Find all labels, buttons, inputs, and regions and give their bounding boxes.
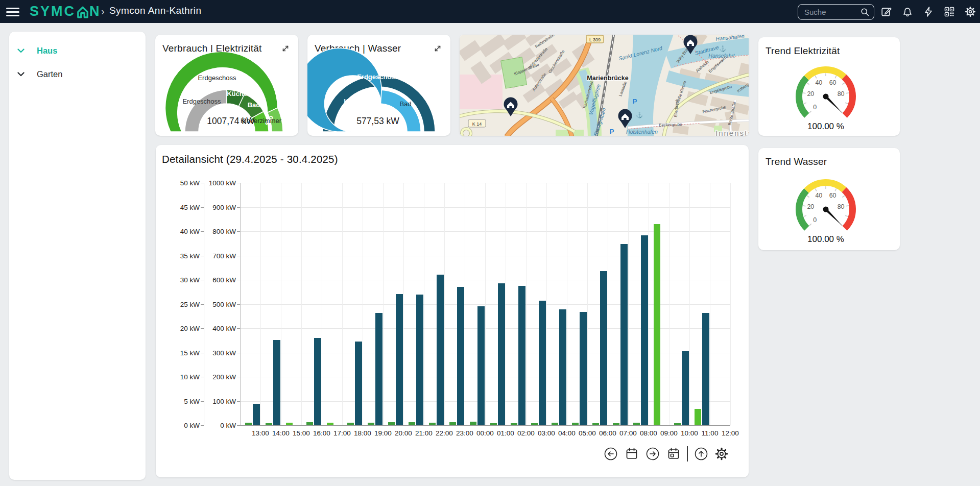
- bar-chart: 0 kW0 kW5 kW100 kW10 kW200 kW15 kW300 kW…: [156, 145, 749, 477]
- menu-hamburger-icon[interactable]: [6, 6, 19, 17]
- map-label: Holstenhafen: [626, 129, 658, 135]
- gridline-vertical: [260, 183, 261, 425]
- gauge-tick: [845, 103, 848, 104]
- map-label: Beckergrube: [659, 122, 682, 128]
- gridline-vertical: [301, 183, 302, 425]
- app-logo[interactable]: SYMC N: [30, 4, 101, 19]
- sidebar-item-haus[interactable]: Haus: [9, 42, 146, 59]
- gauge-tick-label: 20: [807, 90, 814, 98]
- card-title: Trend Wasser: [766, 156, 827, 167]
- gauge-tick: [815, 76, 816, 78]
- right-scale-label: 100 kW: [205, 397, 236, 405]
- bar-electricity: [347, 423, 354, 425]
- gridline-vertical: [710, 183, 710, 425]
- gauge-tick-label: 60: [829, 192, 836, 199]
- top-bar: SYMC N › Symcon Ann-Kathrin: [0, 0, 980, 23]
- gauge-tick: [804, 215, 806, 216]
- gauge-tick-label: 0: [813, 104, 817, 111]
- gridline-vertical: [444, 183, 445, 425]
- gridline-vertical: [526, 183, 527, 425]
- logo-text-right: N: [89, 4, 101, 19]
- gauge-tick-label: 40: [815, 192, 822, 199]
- bar-electricity: [490, 423, 497, 425]
- chart-settings-gear-icon[interactable]: [714, 446, 729, 461]
- anchor-icon: ⚓: [719, 45, 726, 52]
- bar-water: [498, 283, 505, 425]
- gauge-tick: [807, 196, 809, 197]
- chart-aggregate-up-icon[interactable]: [694, 446, 709, 461]
- gauge-tick: [809, 224, 811, 226]
- chart-calendar-day-icon[interactable]: [666, 446, 681, 461]
- chart-prev-period-icon[interactable]: [603, 446, 618, 461]
- edit-icon[interactable]: [880, 6, 893, 18]
- gauge-tick: [815, 188, 816, 191]
- bar-electricity: [409, 422, 415, 425]
- parking-icon: P: [633, 98, 637, 105]
- search-icon[interactable]: [860, 7, 870, 17]
- bar-water: [273, 340, 280, 425]
- map-canvas[interactable]: KatharinenstraßeReiferstraßeWickedestraß…: [460, 35, 749, 136]
- breadcrumb-page-title: Symcon Ann-Kathrin: [109, 5, 201, 16]
- right-scale-axis-line: [240, 183, 241, 425]
- gauge-zone: [844, 190, 853, 228]
- gauge-tick: [846, 93, 849, 93]
- search-box[interactable]: [798, 4, 874, 20]
- qr-code-icon[interactable]: [943, 6, 955, 18]
- energy-bolt-icon[interactable]: [922, 6, 935, 18]
- svg-text:K 14: K 14: [472, 121, 482, 127]
- sidebar-item-label: Haus: [37, 46, 57, 56]
- settings-gear-icon[interactable]: [964, 6, 976, 18]
- map-label: Marienbrücke: [587, 75, 628, 82]
- card-title: Trend Elektrizität: [766, 45, 840, 57]
- chart-calendar-icon[interactable]: [624, 446, 639, 461]
- x-axis-line: [240, 425, 730, 426]
- right-scale-label: 900 kW: [205, 203, 236, 211]
- card-trend-water: Trend Wasser 020406080100.00 %: [758, 148, 900, 250]
- bar-electricity: [511, 423, 517, 425]
- bar-water: [702, 313, 709, 425]
- gridline-vertical: [383, 183, 384, 425]
- gauge-tick: [803, 206, 805, 206]
- bar-water: [641, 235, 648, 425]
- bar-water: [559, 309, 566, 425]
- notifications-bell-icon[interactable]: [901, 6, 914, 18]
- location-map[interactable]: KatharinenstraßeReiferstraßeWickedestraß…: [460, 35, 749, 136]
- gauge-tick-label: 80: [838, 90, 845, 98]
- gauge-tick-label: 60: [829, 79, 836, 86]
- anchor-icon: ⚓: [636, 111, 643, 118]
- right-scale-label: 600 kW: [205, 276, 236, 284]
- sidebar-item-garten[interactable]: Garten: [9, 65, 146, 83]
- left-axis-label: 10 kW: [169, 373, 200, 381]
- bar-water: [396, 294, 403, 425]
- bar-electricity: [613, 423, 619, 425]
- gauge-tick: [835, 188, 836, 191]
- donut-segment-label: Bad: [248, 101, 260, 109]
- left-axis-label: 0 kW: [169, 422, 200, 429]
- donut-value: 577,53 kW: [356, 116, 399, 126]
- gauge-tick-label: 40: [815, 79, 822, 86]
- map-label: Hansefahrt: [708, 53, 735, 59]
- bar-electricity: [327, 423, 333, 425]
- gridline-vertical: [567, 183, 567, 425]
- right-scale-label: 400 kW: [205, 325, 236, 332]
- gridline-vertical: [669, 183, 670, 425]
- bar-electricity: [654, 224, 660, 425]
- gridline-vertical: [424, 183, 424, 425]
- gauge-tick: [807, 83, 809, 84]
- sidebar: Haus Garten: [9, 32, 146, 480]
- bar-electricity: [470, 422, 476, 425]
- donut-segment-label: Erdgeschoss: [357, 73, 399, 81]
- gridline-vertical: [608, 183, 608, 425]
- bar-water: [477, 306, 485, 425]
- right-scale-label: 800 kW: [205, 228, 236, 235]
- bar-electricity: [695, 409, 701, 425]
- card-consumption-water: Verbrauch | Wasser ErdgeschossKücheBad57…: [307, 35, 450, 136]
- chart-next-period-icon[interactable]: [645, 446, 660, 461]
- gauge-value: 100.00 %: [807, 121, 844, 131]
- search-input[interactable]: [798, 8, 860, 16]
- left-axis-label: 25 kW: [169, 300, 200, 308]
- gauge-tick: [804, 103, 806, 104]
- bar-water: [580, 312, 587, 425]
- bar-water: [437, 275, 444, 425]
- left-axis-label: 45 kW: [169, 203, 200, 211]
